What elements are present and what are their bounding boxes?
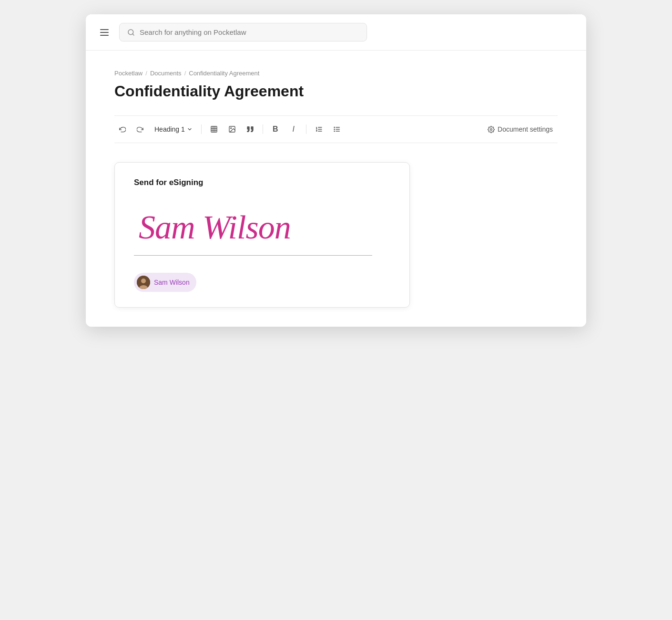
breadcrumb-sep-1: / [145,70,147,77]
unordered-list-button[interactable] [329,122,345,137]
toolbar-divider-1 [201,124,202,134]
hamburger-line [100,32,109,33]
undo-button[interactable] [114,122,130,137]
browser-window: Pocketlaw / Documents / Confidentiality … [86,14,586,327]
avatar [137,276,150,289]
breadcrumb-pocketlaw[interactable]: Pocketlaw [114,70,143,77]
ordered-list-icon [315,125,323,133]
redo-button[interactable] [132,122,148,137]
signature-text: Sam Wilson [134,203,390,251]
hamburger-line [100,29,109,30]
heading-label: Heading 1 [154,125,185,133]
esigning-card: Send for eSigning Sam Wilson [114,162,410,308]
search-input[interactable] [140,28,359,36]
table-button[interactable] [206,122,222,137]
svg-line-1 [132,34,134,35]
breadcrumb: Pocketlaw / Documents / Confidentiality … [114,70,558,77]
image-icon [228,125,236,133]
ordered-list-button[interactable] [311,122,326,137]
page-title: Confidentiality Agreement [114,83,558,100]
user-name: Sam Wilson [154,279,190,286]
user-badge[interactable]: Sam Wilson [134,273,196,292]
italic-icon: I [293,125,295,134]
svg-text:Sam Wilson: Sam Wilson [139,209,291,246]
svg-point-17 [334,131,335,131]
signature-underline [134,255,372,256]
chevron-down-icon [187,126,193,132]
bold-icon: B [273,125,278,134]
svg-point-8 [230,128,231,129]
breadcrumb-documents[interactable]: Documents [150,70,182,77]
table-icon [210,125,218,133]
esigning-title: Send for eSigning [134,178,390,187]
breadcrumb-sep-2: / [184,70,186,77]
avatar-svg [137,276,150,289]
signature-area: Sam Wilson [134,203,390,256]
search-bar [119,23,367,41]
toolbar-divider-3 [306,124,306,134]
hamburger-line [100,35,109,36]
bold-button[interactable]: B [268,122,283,137]
doc-body: Send for eSigning Sam Wilson [114,143,558,327]
toolbar: Heading 1 [114,115,558,143]
svg-point-15 [334,127,335,127]
quote-icon [246,125,254,133]
document-settings-button[interactable]: Document settings [483,123,558,136]
unordered-list-icon [333,125,341,133]
svg-point-16 [334,129,335,129]
main-content: Pocketlaw / Documents / Confidentiality … [86,51,586,327]
signature-svg: Sam Wilson [134,203,372,246]
menu-button[interactable] [97,26,112,39]
heading-selector[interactable]: Heading 1 [151,124,196,135]
svg-point-21 [141,279,146,283]
settings-icon [488,126,495,133]
document-settings-label: Document settings [498,125,553,133]
toolbar-divider-2 [263,124,263,134]
quote-button[interactable] [243,122,258,137]
nav-bar [86,14,586,51]
breadcrumb-current: Confidentiality Agreement [189,70,259,77]
italic-button[interactable]: I [286,122,301,137]
svg-rect-2 [211,126,217,132]
image-button[interactable] [224,122,240,137]
svg-point-18 [490,128,492,130]
search-icon [127,29,135,36]
